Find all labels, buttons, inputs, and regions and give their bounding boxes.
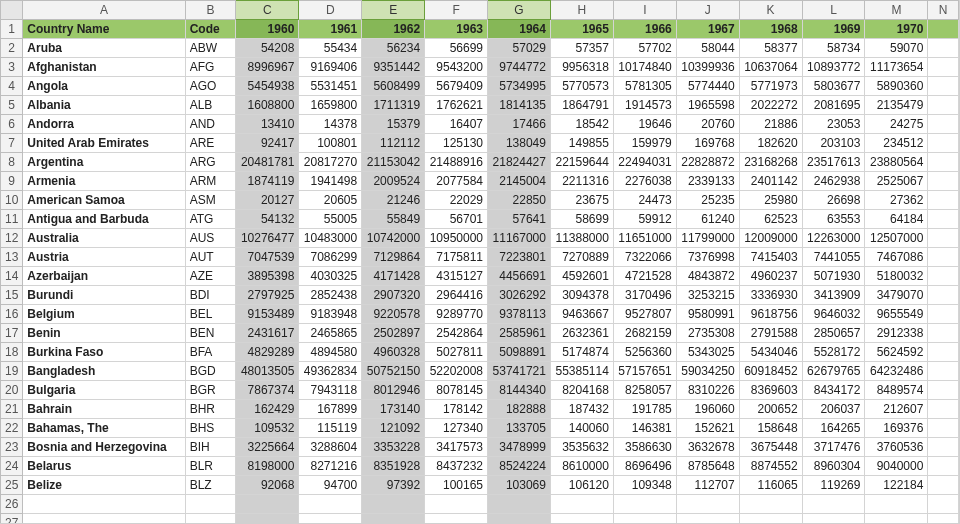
row-header-8[interactable]: 8 xyxy=(1,153,23,172)
cell-D14[interactable]: 4030325 xyxy=(299,267,362,286)
cell-C25[interactable]: 92068 xyxy=(236,476,299,495)
cell-L25[interactable]: 119269 xyxy=(802,476,865,495)
cell-A3[interactable]: Afghanistan xyxy=(23,58,185,77)
cell-A12[interactable]: Australia xyxy=(23,229,185,248)
header-cell-A[interactable]: Country Name xyxy=(23,20,185,39)
cell-J4[interactable]: 5774440 xyxy=(676,77,739,96)
cell-N14[interactable] xyxy=(928,267,959,286)
cell-N4[interactable] xyxy=(928,77,959,96)
cell-C8[interactable]: 20481781 xyxy=(236,153,299,172)
cell-H22[interactable]: 140060 xyxy=(550,419,613,438)
row-header-9[interactable]: 9 xyxy=(1,172,23,191)
cell-D15[interactable]: 2852438 xyxy=(299,286,362,305)
cell-F21[interactable]: 178142 xyxy=(425,400,488,419)
cell-D12[interactable]: 10483000 xyxy=(299,229,362,248)
cell-I22[interactable]: 146381 xyxy=(613,419,676,438)
cell-B26[interactable] xyxy=(185,495,236,514)
cell-N13[interactable] xyxy=(928,248,959,267)
cell-I16[interactable]: 9527807 xyxy=(613,305,676,324)
cell-H3[interactable]: 9956318 xyxy=(550,58,613,77)
cell-A5[interactable]: Albania xyxy=(23,96,185,115)
cell-E15[interactable]: 2907320 xyxy=(362,286,425,305)
cell-J19[interactable]: 59034250 xyxy=(676,362,739,381)
cell-L3[interactable]: 10893772 xyxy=(802,58,865,77)
cell-C15[interactable]: 2797925 xyxy=(236,286,299,305)
cell-K8[interactable]: 23168268 xyxy=(739,153,802,172)
cell-K10[interactable]: 25980 xyxy=(739,191,802,210)
cell-C10[interactable]: 20127 xyxy=(236,191,299,210)
cell-J13[interactable]: 7376998 xyxy=(676,248,739,267)
row-header-16[interactable]: 16 xyxy=(1,305,23,324)
cell-H12[interactable]: 11388000 xyxy=(550,229,613,248)
cell-A14[interactable]: Azerbaijan xyxy=(23,267,185,286)
cell-B14[interactable]: AZE xyxy=(185,267,236,286)
cell-F10[interactable]: 22029 xyxy=(425,191,488,210)
cell-M5[interactable]: 2135479 xyxy=(865,96,928,115)
cell-H8[interactable]: 22159644 xyxy=(550,153,613,172)
cell-A21[interactable]: Bahrain xyxy=(23,400,185,419)
cell-F22[interactable]: 127340 xyxy=(425,419,488,438)
cell-E22[interactable]: 121092 xyxy=(362,419,425,438)
cell-D6[interactable]: 14378 xyxy=(299,115,362,134)
header-cell-B[interactable]: Code xyxy=(185,20,236,39)
cell-H23[interactable]: 3535632 xyxy=(550,438,613,457)
cell-H21[interactable]: 187432 xyxy=(550,400,613,419)
cell-M15[interactable]: 3479070 xyxy=(865,286,928,305)
cell-I14[interactable]: 4721528 xyxy=(613,267,676,286)
cell-M6[interactable]: 24275 xyxy=(865,115,928,134)
row-header-15[interactable]: 15 xyxy=(1,286,23,305)
row-header-17[interactable]: 17 xyxy=(1,324,23,343)
cell-I27[interactable] xyxy=(613,514,676,525)
cell-K23[interactable]: 3675448 xyxy=(739,438,802,457)
cell-F23[interactable]: 3417573 xyxy=(425,438,488,457)
cell-K16[interactable]: 9618756 xyxy=(739,305,802,324)
cell-K19[interactable]: 60918452 xyxy=(739,362,802,381)
cell-J16[interactable]: 9580991 xyxy=(676,305,739,324)
cell-A13[interactable]: Austria xyxy=(23,248,185,267)
header-cell-E[interactable]: 1962 xyxy=(362,20,425,39)
cell-H10[interactable]: 23675 xyxy=(550,191,613,210)
cell-H2[interactable]: 57357 xyxy=(550,39,613,58)
cell-N18[interactable] xyxy=(928,343,959,362)
cell-C7[interactable]: 92417 xyxy=(236,134,299,153)
cell-B20[interactable]: BGR xyxy=(185,381,236,400)
cell-D3[interactable]: 9169406 xyxy=(299,58,362,77)
cell-I8[interactable]: 22494031 xyxy=(613,153,676,172)
cell-I26[interactable] xyxy=(613,495,676,514)
cell-N17[interactable] xyxy=(928,324,959,343)
cell-H6[interactable]: 18542 xyxy=(550,115,613,134)
cell-D21[interactable]: 167899 xyxy=(299,400,362,419)
cell-K21[interactable]: 200652 xyxy=(739,400,802,419)
cell-D24[interactable]: 8271216 xyxy=(299,457,362,476)
cell-G9[interactable]: 2145004 xyxy=(488,172,551,191)
cell-D5[interactable]: 1659800 xyxy=(299,96,362,115)
cell-I13[interactable]: 7322066 xyxy=(613,248,676,267)
cell-E20[interactable]: 8012946 xyxy=(362,381,425,400)
header-cell-J[interactable]: 1967 xyxy=(676,20,739,39)
cell-J3[interactable]: 10399936 xyxy=(676,58,739,77)
cell-A11[interactable]: Antigua and Barbuda xyxy=(23,210,185,229)
row-header-14[interactable]: 14 xyxy=(1,267,23,286)
column-header-F[interactable]: F xyxy=(425,1,488,20)
cell-M7[interactable]: 234512 xyxy=(865,134,928,153)
cell-J12[interactable]: 11799000 xyxy=(676,229,739,248)
cell-B15[interactable]: BDI xyxy=(185,286,236,305)
cell-F18[interactable]: 5027811 xyxy=(425,343,488,362)
cell-N22[interactable] xyxy=(928,419,959,438)
cell-E27[interactable] xyxy=(362,514,425,525)
cell-F3[interactable]: 9543200 xyxy=(425,58,488,77)
cell-K7[interactable]: 182620 xyxy=(739,134,802,153)
cell-D10[interactable]: 20605 xyxy=(299,191,362,210)
cell-J24[interactable]: 8785648 xyxy=(676,457,739,476)
cell-C14[interactable]: 3895398 xyxy=(236,267,299,286)
cell-J17[interactable]: 2735308 xyxy=(676,324,739,343)
cell-E14[interactable]: 4171428 xyxy=(362,267,425,286)
cell-C13[interactable]: 7047539 xyxy=(236,248,299,267)
cell-E8[interactable]: 21153042 xyxy=(362,153,425,172)
cell-G14[interactable]: 4456691 xyxy=(488,267,551,286)
cell-B12[interactable]: AUS xyxy=(185,229,236,248)
cell-G21[interactable]: 182888 xyxy=(488,400,551,419)
cell-L18[interactable]: 5528172 xyxy=(802,343,865,362)
row-header-18[interactable]: 18 xyxy=(1,343,23,362)
cell-L19[interactable]: 62679765 xyxy=(802,362,865,381)
